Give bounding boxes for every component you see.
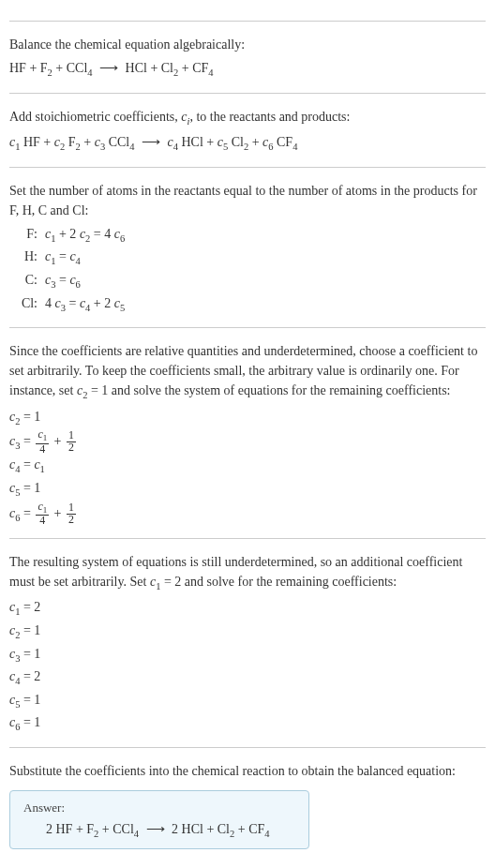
atom-eq: c1 = c4 <box>45 247 81 270</box>
val: = 1 <box>20 693 40 707</box>
text: = 1 and solve the system of equations fo… <box>87 383 450 397</box>
denominator: 2 <box>67 515 76 526</box>
coeff-line: c5 = 1 <box>9 690 486 713</box>
balanced-equation: 2 HF + F2 + CCl4 ⟶ 2 HCl + Cl2 + CF4 <box>23 821 295 839</box>
lhs-part: HF + F <box>9 61 48 75</box>
arrow-icon: ⟶ <box>99 61 118 75</box>
coeff-intro: Add stoichiometric coefficients, ci, to … <box>9 107 486 129</box>
sub: 4 <box>134 829 139 839</box>
term: 2 HCl + Cl <box>172 822 230 836</box>
arrow-icon: ⟶ <box>146 822 165 836</box>
term: CCl <box>105 135 129 149</box>
arbitrary2-intro: The resulting system of equations is sti… <box>9 552 486 594</box>
atom-eq: c3 = c6 <box>45 270 81 293</box>
term: 2 HF + F <box>46 822 94 836</box>
t: = 4 <box>90 227 113 241</box>
eq: = <box>20 505 34 519</box>
denominator: 2 <box>67 442 76 454</box>
atom-label: F: <box>9 224 45 245</box>
atom-equations-table: F: c1 + 2 c2 = 4 c6 H: c1 = c4 C: c3 = c… <box>9 224 486 316</box>
coeff-line: c5 = 1 <box>9 478 486 501</box>
term: HF + <box>20 135 53 149</box>
coeff-line: c6 = 1 <box>9 712 486 736</box>
term: F <box>65 135 75 149</box>
section-arbitrary-c1: The resulting system of equations is sti… <box>9 538 486 736</box>
term: + CF <box>234 822 264 836</box>
atom-label: H: <box>9 247 45 267</box>
term: CF <box>274 135 293 149</box>
atom-intro: Set the number of atoms in the reactants… <box>9 181 486 220</box>
t: = <box>55 249 69 263</box>
section-coefficients: Add stoichiometric coefficients, ci, to … <box>9 93 486 156</box>
eq: = <box>20 434 34 448</box>
plus: + <box>51 505 65 519</box>
atom-label: Cl: <box>9 293 45 314</box>
atom-row-f: F: c1 + 2 c2 = 4 c6 <box>9 224 486 247</box>
t: = <box>55 273 69 287</box>
atom-label: C: <box>9 270 45 291</box>
val: = 1 <box>20 647 40 661</box>
section-answer: Substitute the coefficients into the che… <box>9 747 486 849</box>
val: = 1 <box>20 623 40 637</box>
term: + <box>248 135 262 149</box>
sub: 4 <box>76 256 81 266</box>
arrow-icon: ⟶ <box>142 135 160 149</box>
coeff-solution-2: c1 = 2 c2 = 1 c3 = 1 c4 = 2 c5 = 1 c6 = … <box>9 597 486 736</box>
term: Cl <box>228 135 244 149</box>
coeff-line: c4 = c1 <box>9 455 486 478</box>
atom-row-c: C: c3 = c6 <box>9 270 486 293</box>
coeff-line: c3 = 1 <box>9 644 486 667</box>
sub: 4 <box>129 142 134 152</box>
coeff-line: c2 = 1 <box>9 407 486 430</box>
val: = 1 <box>20 715 40 729</box>
coeff-solution-1: c2 = 1 c3 = c14 + 12 c4 = c1 c5 = 1 c6 =… <box>9 407 486 527</box>
section-problem: Balance the chemical equation algebraica… <box>9 21 486 82</box>
problem-statement: Balance the chemical equation algebraica… <box>9 35 486 54</box>
val: = 2 <box>20 600 40 614</box>
sub: 5 <box>120 302 125 312</box>
val: = 1 <box>20 410 40 424</box>
t: + 2 <box>55 227 79 241</box>
sub: 6 <box>120 233 125 244</box>
section-atom-balance: Set the number of atoms in the reactants… <box>9 167 486 316</box>
val: = 2 <box>20 669 40 683</box>
fraction: c14 <box>36 501 49 527</box>
answer-intro: Substitute the coefficients into the che… <box>9 761 486 781</box>
term: + CCl <box>98 822 133 836</box>
sub: 4 <box>208 67 213 78</box>
unbalanced-equation: HF + F2 + CCl4 ⟶ HCl + Cl2 + CF4 <box>9 58 486 82</box>
denominator: 4 <box>36 444 49 456</box>
coeff-line: c6 = c14 + 12 <box>9 501 486 527</box>
atom-row-cl: Cl: 4 c3 = c4 + 2 c5 <box>9 293 486 317</box>
sub: 6 <box>76 279 81 290</box>
val: = 1 <box>20 481 40 495</box>
sub: 1 <box>40 464 45 474</box>
text: = 2 and solve for the remaining coeffici… <box>160 575 397 589</box>
sub: 4 <box>264 829 269 839</box>
answer-label: Answer: <box>23 801 295 816</box>
term: + <box>81 135 95 149</box>
fraction: c14 <box>36 429 49 455</box>
eq: = <box>20 457 34 471</box>
t: + 2 <box>90 296 113 310</box>
lhs-part: + CCl <box>52 61 87 75</box>
atom-eq: 4 c3 = c4 + 2 c5 <box>45 293 125 317</box>
coeff-line: c1 = 2 <box>9 597 486 621</box>
plus: + <box>51 434 65 448</box>
coeff-line: c3 = c14 + 12 <box>9 429 486 455</box>
sub: 4 <box>292 142 297 152</box>
atom-row-h: H: c1 = c4 <box>9 247 486 270</box>
answer-box: Answer: 2 HF + F2 + CCl4 ⟶ 2 HCl + Cl2 +… <box>9 790 309 849</box>
sub: 4 <box>87 67 92 78</box>
fraction: 12 <box>67 430 76 454</box>
arbitrary-intro: Since the coefficients are relative quan… <box>9 341 486 403</box>
rhs-part: HCl + Cl <box>126 61 173 75</box>
term: HCl + <box>178 135 218 149</box>
coeff-line: c2 = 1 <box>9 621 486 644</box>
fraction: 12 <box>67 502 76 526</box>
t: = <box>66 296 80 310</box>
rhs-part: + CF <box>178 61 208 75</box>
denominator: 4 <box>36 516 49 527</box>
text: Add stoichiometric coefficients, <box>9 110 181 124</box>
text: , to the reactants and products: <box>189 110 350 124</box>
